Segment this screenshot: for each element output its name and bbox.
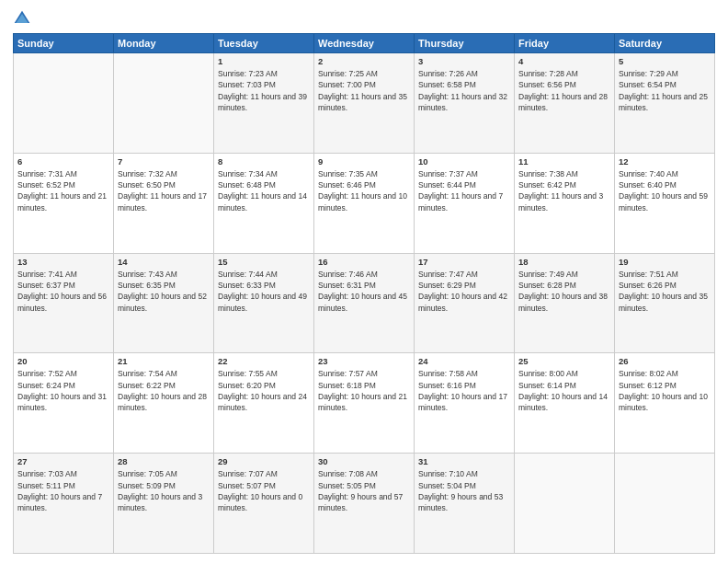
day-number: 3 [418, 56, 510, 66]
calendar-cell: 23Sunrise: 7:57 AMSunset: 6:18 PMDayligh… [314, 353, 415, 454]
day-info: Sunrise: 8:02 AMSunset: 6:12 PMDaylight:… [619, 368, 711, 413]
calendar-cell [114, 53, 214, 154]
day-number: 23 [318, 356, 410, 366]
day-info: Sunrise: 7:28 AMSunset: 6:56 PMDaylight:… [518, 68, 610, 113]
day-number: 5 [619, 56, 711, 66]
calendar-cell: 2Sunrise: 7:25 AMSunset: 7:00 PMDaylight… [314, 53, 415, 154]
calendar-week-4: 20Sunrise: 7:52 AMSunset: 6:24 PMDayligh… [14, 353, 715, 454]
calendar-cell: 8Sunrise: 7:34 AMSunset: 6:48 PMDaylight… [214, 153, 314, 253]
day-number: 14 [118, 257, 210, 267]
calendar-cell: 27Sunrise: 7:03 AMSunset: 5:11 PMDayligh… [14, 454, 114, 554]
day-info: Sunrise: 7:35 AMSunset: 6:46 PMDaylight:… [318, 168, 410, 213]
day-info: Sunrise: 7:32 AMSunset: 6:50 PMDaylight:… [118, 168, 210, 213]
day-number: 4 [518, 56, 610, 66]
day-number: 11 [518, 156, 610, 167]
calendar-cell: 9Sunrise: 7:35 AMSunset: 6:46 PMDaylight… [314, 153, 415, 253]
day-info: Sunrise: 7:26 AMSunset: 6:58 PMDaylight:… [418, 68, 510, 113]
weekday-saturday: Saturday [615, 34, 715, 53]
calendar-cell: 25Sunrise: 8:00 AMSunset: 6:14 PMDayligh… [515, 353, 615, 454]
day-info: Sunrise: 7:23 AMSunset: 7:03 PMDaylight:… [218, 68, 310, 113]
day-info: Sunrise: 7:29 AMSunset: 6:54 PMDaylight:… [619, 68, 711, 113]
day-info: Sunrise: 7:55 AMSunset: 6:20 PMDaylight:… [218, 368, 310, 413]
day-info: Sunrise: 7:44 AMSunset: 6:33 PMDaylight:… [218, 269, 310, 314]
day-info: Sunrise: 7:43 AMSunset: 6:35 PMDaylight:… [118, 269, 210, 314]
day-number: 13 [17, 257, 109, 267]
day-number: 7 [118, 156, 210, 167]
day-number: 1 [218, 56, 310, 66]
day-number: 16 [318, 257, 410, 267]
day-info: Sunrise: 7:58 AMSunset: 6:16 PMDaylight:… [418, 368, 510, 413]
calendar-cell: 17Sunrise: 7:47 AMSunset: 6:29 PMDayligh… [415, 253, 515, 353]
day-number: 2 [318, 56, 410, 66]
weekday-thursday: Thursday [415, 34, 515, 53]
calendar-cell: 30Sunrise: 7:08 AMSunset: 5:05 PMDayligh… [314, 454, 415, 554]
day-info: Sunrise: 7:07 AMSunset: 5:07 PMDaylight:… [218, 468, 310, 513]
calendar-cell: 15Sunrise: 7:44 AMSunset: 6:33 PMDayligh… [214, 253, 314, 353]
calendar-table: SundayMondayTuesdayWednesdayThursdayFrid… [13, 33, 715, 554]
calendar-cell: 16Sunrise: 7:46 AMSunset: 6:31 PMDayligh… [314, 253, 415, 353]
calendar-cell: 4Sunrise: 7:28 AMSunset: 6:56 PMDaylight… [515, 53, 615, 154]
day-info: Sunrise: 7:49 AMSunset: 6:28 PMDaylight:… [518, 269, 610, 314]
calendar-cell: 21Sunrise: 7:54 AMSunset: 6:22 PMDayligh… [114, 353, 214, 454]
calendar-cell: 28Sunrise: 7:05 AMSunset: 5:09 PMDayligh… [114, 454, 214, 554]
calendar-cell [14, 53, 114, 154]
calendar-cell: 1Sunrise: 7:23 AMSunset: 7:03 PMDaylight… [214, 53, 314, 154]
weekday-wednesday: Wednesday [314, 34, 415, 53]
day-number: 20 [17, 356, 109, 366]
day-number: 25 [518, 356, 610, 366]
calendar-cell: 6Sunrise: 7:31 AMSunset: 6:52 PMDaylight… [14, 153, 114, 253]
day-info: Sunrise: 7:46 AMSunset: 6:31 PMDaylight:… [318, 269, 410, 314]
day-number: 6 [17, 156, 109, 167]
page: SundayMondayTuesdayWednesdayThursdayFrid… [0, 0, 728, 563]
calendar-cell: 14Sunrise: 7:43 AMSunset: 6:35 PMDayligh… [114, 253, 214, 353]
calendar-week-1: 1Sunrise: 7:23 AMSunset: 7:03 PMDaylight… [14, 53, 715, 154]
day-number: 10 [418, 156, 510, 167]
calendar-cell: 13Sunrise: 7:41 AMSunset: 6:37 PMDayligh… [14, 253, 114, 353]
day-number: 17 [418, 257, 510, 267]
day-info: Sunrise: 7:40 AMSunset: 6:40 PMDaylight:… [619, 168, 711, 213]
day-number: 18 [518, 257, 610, 267]
weekday-header-row: SundayMondayTuesdayWednesdayThursdayFrid… [14, 34, 715, 53]
day-number: 27 [17, 456, 109, 466]
logo [13, 9, 35, 28]
weekday-friday: Friday [515, 34, 615, 53]
day-number: 26 [619, 356, 711, 366]
calendar-cell: 29Sunrise: 7:07 AMSunset: 5:07 PMDayligh… [214, 454, 314, 554]
day-info: Sunrise: 7:47 AMSunset: 6:29 PMDaylight:… [418, 269, 510, 314]
day-info: Sunrise: 7:05 AMSunset: 5:09 PMDaylight:… [118, 468, 210, 513]
day-info: Sunrise: 7:54 AMSunset: 6:22 PMDaylight:… [118, 368, 210, 413]
calendar-week-2: 6Sunrise: 7:31 AMSunset: 6:52 PMDaylight… [14, 153, 715, 253]
day-number: 15 [218, 257, 310, 267]
day-info: Sunrise: 7:51 AMSunset: 6:26 PMDaylight:… [619, 269, 711, 314]
day-number: 9 [318, 156, 410, 167]
calendar-cell [515, 454, 615, 554]
day-info: Sunrise: 7:03 AMSunset: 5:11 PMDaylight:… [17, 468, 109, 513]
day-number: 19 [619, 257, 711, 267]
calendar-week-5: 27Sunrise: 7:03 AMSunset: 5:11 PMDayligh… [14, 454, 715, 554]
calendar-cell: 31Sunrise: 7:10 AMSunset: 5:04 PMDayligh… [415, 454, 515, 554]
day-number: 8 [218, 156, 310, 167]
day-info: Sunrise: 7:52 AMSunset: 6:24 PMDaylight:… [17, 368, 109, 413]
day-info: Sunrise: 7:25 AMSunset: 7:00 PMDaylight:… [318, 68, 410, 113]
weekday-tuesday: Tuesday [214, 34, 314, 53]
day-info: Sunrise: 7:41 AMSunset: 6:37 PMDaylight:… [17, 269, 109, 314]
day-number: 24 [418, 356, 510, 366]
calendar-cell: 5Sunrise: 7:29 AMSunset: 6:54 PMDaylight… [615, 53, 715, 154]
day-info: Sunrise: 7:08 AMSunset: 5:05 PMDaylight:… [318, 468, 410, 513]
day-number: 29 [218, 456, 310, 466]
calendar-cell: 19Sunrise: 7:51 AMSunset: 6:26 PMDayligh… [615, 253, 715, 353]
calendar-cell: 3Sunrise: 7:26 AMSunset: 6:58 PMDaylight… [415, 53, 515, 154]
calendar-cell: 26Sunrise: 8:02 AMSunset: 6:12 PMDayligh… [615, 353, 715, 454]
day-number: 21 [118, 356, 210, 366]
day-number: 30 [318, 456, 410, 466]
calendar-week-3: 13Sunrise: 7:41 AMSunset: 6:37 PMDayligh… [14, 253, 715, 353]
day-number: 12 [619, 156, 711, 167]
day-info: Sunrise: 7:34 AMSunset: 6:48 PMDaylight:… [218, 168, 310, 213]
day-info: Sunrise: 7:57 AMSunset: 6:18 PMDaylight:… [318, 368, 410, 413]
day-info: Sunrise: 7:10 AMSunset: 5:04 PMDaylight:… [418, 468, 510, 513]
calendar-cell [615, 454, 715, 554]
logo-icon [13, 9, 31, 28]
day-number: 28 [118, 456, 210, 466]
header [13, 9, 715, 28]
day-info: Sunrise: 8:00 AMSunset: 6:14 PMDaylight:… [518, 368, 610, 413]
